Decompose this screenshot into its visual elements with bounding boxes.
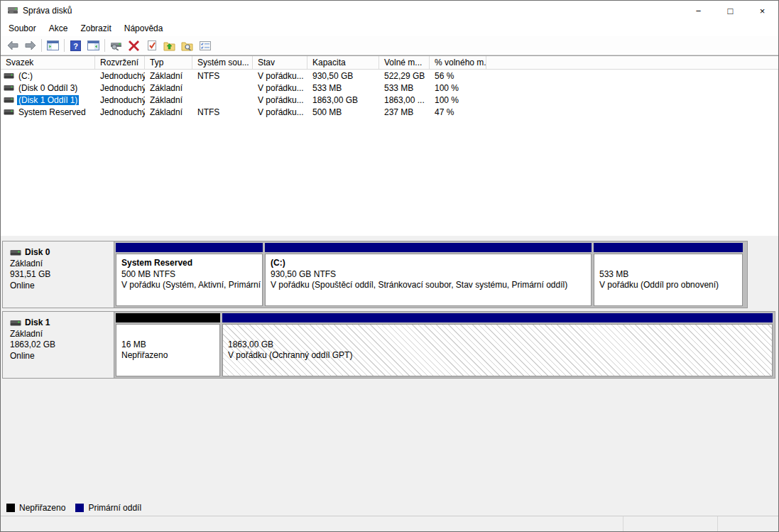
volume-icon: [4, 97, 14, 104]
cell-rozvrzeni: Jednoduchý: [95, 83, 145, 93]
partition-size: 500 MB NTFS: [121, 269, 257, 281]
close-button[interactable]: ×: [746, 1, 778, 21]
cell-volne: 522,29 GB: [379, 71, 430, 81]
partition-recovery[interactable]: 533 MB V pořádku (Oddíl pro obnovení): [594, 243, 743, 306]
menu-zobrazit[interactable]: Zobrazit: [74, 22, 117, 35]
show-console-tree-icon[interactable]: [44, 38, 62, 54]
status-panel: [717, 516, 778, 531]
cell-volne: 1863,00 ...: [379, 95, 430, 105]
cell-rozvrzeni: Jednoduchý: [95, 107, 145, 117]
disk-1-info[interactable]: Disk 1 Základní 1863,02 GB Online: [2, 311, 114, 379]
cell-pct: 100 %: [430, 83, 486, 93]
partition-size: 16 MB: [121, 340, 214, 351]
partition-status: V pořádku (Ochranný oddíl GPT): [228, 350, 767, 362]
disk-status: Online: [10, 351, 114, 362]
volume-icon: [4, 85, 14, 92]
cell-kapacita: 1863,00 GB: [307, 95, 379, 105]
minimize-button[interactable]: −: [682, 1, 714, 21]
partition-color-bar: [116, 313, 220, 322]
help-icon[interactable]: ?: [67, 38, 85, 54]
status-bar: [1, 516, 778, 531]
cell-rozvrzeni: Jednoduchý: [95, 95, 145, 105]
partition-status: V pořádku (Spouštěcí oddíl, Stránkovací …: [271, 280, 586, 291]
cell-kapacita: 533 MB: [307, 83, 379, 93]
cell-stav: V pořádku...: [253, 83, 307, 93]
volume-list-header: Svazek Rozvržení Typ Systém sou... Stav …: [1, 56, 778, 70]
column-header-system[interactable]: Systém sou...: [192, 56, 253, 69]
disk-type: Základní: [10, 329, 114, 340]
column-header-typ[interactable]: Typ: [145, 56, 192, 69]
disk-0-info[interactable]: Disk 0 Základní 931,51 GB Online: [2, 241, 114, 308]
disk-0-partitions: System Reserved 500 MB NTFS V pořádku (S…: [114, 241, 748, 308]
cell-typ: Základní: [145, 71, 192, 81]
menu-napoveda[interactable]: Nápověda: [118, 22, 170, 35]
disk-status: Online: [10, 281, 114, 292]
disk-icon: [10, 249, 21, 256]
legend-item-unallocated: Nepřiřazeno: [6, 503, 65, 513]
cell-stav: V pořádku...: [253, 71, 307, 81]
app-icon: [7, 4, 18, 18]
partition-size: 1863,00 GB: [228, 340, 767, 351]
volume-icon: [4, 109, 14, 116]
delete-volume-icon[interactable]: [125, 38, 143, 54]
cell-pct: 56 %: [430, 71, 486, 81]
partition-c[interactable]: (C:) 930,50 GB NTFS V pořádku (Spouštěcí…: [265, 243, 592, 306]
partition-name: [121, 328, 214, 340]
maximize-button[interactable]: □: [714, 1, 746, 21]
column-header-volne[interactable]: Volné m...: [379, 56, 430, 69]
menu-soubor[interactable]: Soubor: [2, 22, 43, 35]
cell-system: NTFS: [192, 71, 253, 81]
back-icon[interactable]: [4, 38, 21, 54]
show-action-pane-icon[interactable]: [85, 38, 102, 54]
partition-status: Nepřiřazeno: [121, 350, 214, 362]
column-header-svazek[interactable]: Svazek: [1, 56, 95, 69]
cell-volne: 237 MB: [379, 107, 430, 117]
partition-color-bar: [594, 243, 743, 252]
disk-management-window: Správa disků − □ × Soubor Akce Zobrazit …: [0, 0, 779, 532]
disk-name: Disk 0: [25, 247, 50, 259]
disk-1-partitions: 16 MB Nepřiřazeno 1863,00 GB V pořádku (…: [114, 311, 775, 379]
volume-name: System Reserved: [17, 107, 87, 117]
forward-icon[interactable]: [21, 38, 39, 54]
partition-name: (C:): [271, 258, 586, 269]
cell-typ: Základní: [145, 95, 192, 105]
legend-label: Primární oddíl: [88, 503, 141, 513]
partition-name: System Reserved: [121, 258, 257, 269]
partition-color-bar: [265, 243, 592, 252]
disk-0-row: Disk 0 Základní 931,51 GB Online System …: [2, 241, 778, 308]
volume-list: Svazek Rozvržení Typ Systém sou... Stav …: [1, 55, 778, 236]
legend: Nepřiřazeno Primární oddíl: [1, 500, 778, 516]
partition-gpt-protective[interactable]: 1863,00 GB V pořádku (Ochranný oddíl GPT…: [222, 313, 773, 376]
column-header-pct-volneho[interactable]: % volného m...: [430, 56, 486, 69]
column-header-kapacita[interactable]: Kapacita: [307, 56, 379, 69]
cell-rozvrzeni: Jednoduchý: [95, 71, 145, 81]
window-title: Správa disků: [23, 6, 72, 16]
volume-icon: [4, 72, 14, 80]
table-row[interactable]: (Disk 0 Oddíl 3) Jednoduchý Základní V p…: [1, 82, 778, 94]
partition-color-bar: [222, 313, 773, 322]
cell-typ: Základní: [145, 107, 192, 117]
open-icon[interactable]: [160, 38, 178, 54]
properties-icon[interactable]: [196, 38, 214, 54]
disk-name: Disk 1: [25, 317, 50, 329]
partition-status: V pořádku (Oddíl pro obnovení): [599, 280, 737, 291]
explore-icon[interactable]: [178, 38, 196, 54]
column-header-rozvrzeni[interactable]: Rozvržení: [95, 56, 145, 69]
cell-stav: V pořádku...: [253, 95, 307, 105]
table-row[interactable]: System Reserved Jednoduchý Základní NTFS…: [1, 106, 778, 118]
menu-akce[interactable]: Akce: [43, 22, 75, 35]
partition-system-reserved[interactable]: System Reserved 500 MB NTFS V pořádku (S…: [116, 243, 263, 306]
column-header-stav[interactable]: Stav: [253, 56, 307, 69]
toolbar: ?: [1, 36, 778, 55]
rescan-disks-icon[interactable]: [107, 38, 125, 54]
menu-bar: Soubor Akce Zobrazit Nápověda: [1, 21, 778, 36]
partition-unallocated[interactable]: 16 MB Nepřiřazeno: [116, 313, 220, 376]
disk-1-row: Disk 1 Základní 1863,02 GB Online 16 MB …: [2, 311, 778, 379]
table-row-selected[interactable]: (Disk 1 Oddíl 1) Jednoduchý Základní V p…: [1, 94, 778, 106]
cell-stav: V pořádku...: [253, 107, 307, 117]
mark-partition-active-icon[interactable]: [143, 38, 160, 54]
disk-icon: [10, 320, 21, 327]
title-bar: Správa disků − □ ×: [1, 1, 778, 21]
disk-size: 931,51 GB: [10, 269, 114, 281]
table-row[interactable]: (C:) Jednoduchý Základní NTFS V pořádku.…: [1, 70, 778, 82]
